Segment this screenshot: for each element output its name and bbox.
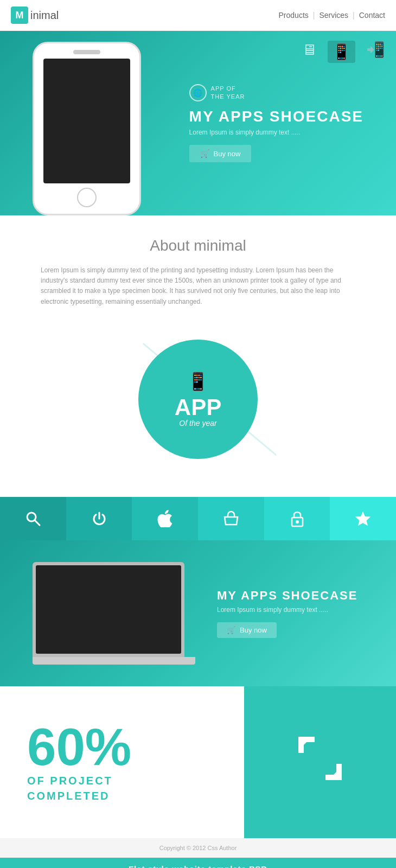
star-icon-cell[interactable] <box>330 497 396 540</box>
svg-marker-6 <box>325 764 342 780</box>
svg-marker-5 <box>298 737 315 753</box>
hero-title: MY APPS SHOECASE <box>189 108 363 125</box>
cart-icon: 🛒 <box>200 149 209 158</box>
lock-icon-cell[interactable] <box>264 497 330 540</box>
hero-section: 🖥 📱 📲 🌐 APP OF THE YEAR MY APPS SHOECASE… <box>0 31 396 215</box>
badge-text: APP OF THE YEAR <box>211 85 245 101</box>
phone-mockup <box>33 42 141 215</box>
about-body: Lorem Ipsum is simply dummy text of the … <box>41 265 355 307</box>
laptop-mockup <box>33 562 195 665</box>
tablet-icon[interactable]: 📱 <box>328 41 355 63</box>
laptop-screen <box>36 565 181 654</box>
award-app-text: APP <box>175 396 221 419</box>
about-title: About minimal <box>33 237 363 254</box>
bottom-banner: Flat style website template PSD <box>0 858 396 868</box>
banner-text: Flat style website template PSD <box>129 864 267 868</box>
award-graphic: 📱 APP Of the year <box>122 323 274 475</box>
star-icon <box>354 510 372 527</box>
stats-right <box>244 686 396 838</box>
laptop-buy-button[interactable]: 🛒 Buy now <box>217 622 277 638</box>
award-circle: 📱 APP Of the year <box>138 340 258 459</box>
stats-label: OF PROJECT COMPLETED <box>27 773 217 803</box>
header: M inimal Products | Services | Contact <box>0 0 396 31</box>
phone-speaker <box>73 50 100 54</box>
search-icon <box>25 510 41 527</box>
stats-percent: 60% <box>27 721 217 773</box>
svg-marker-4 <box>355 512 371 526</box>
main-nav: Products | Services | Contact <box>279 11 385 20</box>
svg-point-3 <box>296 520 299 524</box>
device-switcher: 🖥 📱 📲 <box>302 41 385 63</box>
nav-separator-1: | <box>313 11 315 20</box>
footer: Copyright © 2012 Css Author <box>0 838 396 858</box>
apple-icon <box>157 510 173 527</box>
laptop-base <box>33 657 195 665</box>
hero-content: 🌐 APP OF THE YEAR MY APPS SHOECASE Lorem… <box>189 84 363 162</box>
nav-services[interactable]: Services <box>319 11 348 20</box>
nav-products[interactable]: Products <box>279 11 309 20</box>
logo-icon: M <box>11 7 28 24</box>
hero-buy-button[interactable]: 🛒 Buy now <box>189 145 252 162</box>
phone-screen <box>43 59 130 183</box>
icons-bar <box>0 497 396 540</box>
award-of-text: Of the year <box>179 419 216 427</box>
search-icon-cell[interactable] <box>0 497 66 540</box>
resize-icon <box>296 734 344 790</box>
globe-icon: 🌐 <box>189 84 207 101</box>
apple-icon-cell[interactable] <box>132 497 198 540</box>
laptop-screen-outer <box>33 562 184 657</box>
logo: M inimal <box>11 7 59 24</box>
hero-subtitle: Lorem Ipsum is simply dummy text ..... <box>189 129 363 136</box>
svg-line-1 <box>35 520 40 525</box>
copyright: Copyright © 2012 Css Author <box>159 845 237 851</box>
laptop-cart-icon: 🛒 <box>227 626 235 634</box>
laptop-content: MY APPS SHOECASE Lorem Ipsum is simply d… <box>195 589 363 638</box>
logo-text: inimal <box>30 9 59 22</box>
stats-section: 60% OF PROJECT COMPLETED <box>0 686 396 838</box>
nav-contact[interactable]: Contact <box>359 11 385 20</box>
laptop-section: MY APPS SHOECASE Lorem Ipsum is simply d… <box>0 540 396 686</box>
award-phone-icon: 📱 <box>187 371 209 392</box>
stats-left: 60% OF PROJECT COMPLETED <box>0 686 244 838</box>
basket-icon <box>222 510 240 527</box>
power-icon-cell[interactable] <box>66 497 132 540</box>
phone-icon[interactable]: 📲 <box>366 41 385 63</box>
about-section: About minimal Lorem Ipsum is simply dumm… <box>0 215 396 497</box>
power-icon <box>91 510 107 527</box>
basket-icon-cell[interactable] <box>198 497 264 540</box>
nav-separator-2: | <box>353 11 355 20</box>
phone-button <box>77 188 97 207</box>
lock-icon <box>290 510 304 527</box>
laptop-title: MY APPS SHOECASE <box>217 589 363 603</box>
hero-badge: 🌐 APP OF THE YEAR <box>189 84 363 101</box>
laptop-subtitle: Lorem Ipsum is simply dummy text ..... <box>217 606 363 614</box>
desktop-icon[interactable]: 🖥 <box>302 41 317 63</box>
